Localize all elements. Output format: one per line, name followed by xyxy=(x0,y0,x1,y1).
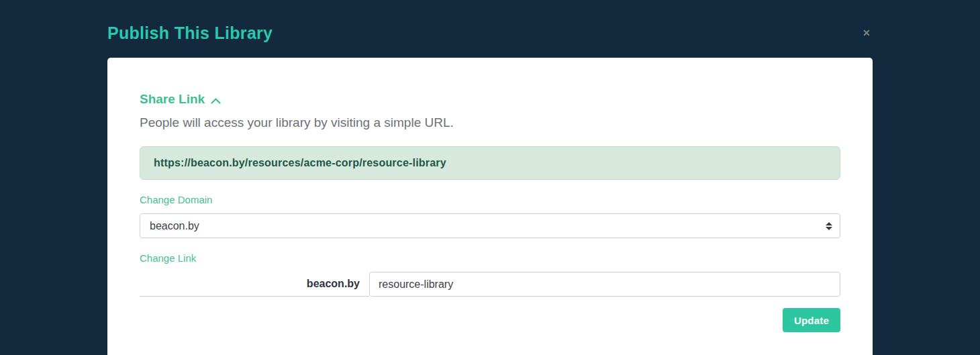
share-link-section-toggle[interactable]: Share Link xyxy=(140,90,840,107)
share-link-heading-label: Share Link xyxy=(140,91,205,107)
modal-card: Share Link People will access your libra… xyxy=(107,58,873,355)
update-button[interactable]: Update xyxy=(783,308,840,332)
chevron-up-icon xyxy=(211,92,221,107)
modal-title: Publish This Library xyxy=(107,23,273,43)
share-url-box[interactable]: https://beacon.by/resources/acme-corp/re… xyxy=(140,146,840,180)
link-domain-prefix: beacon.by xyxy=(140,272,369,297)
publish-library-modal: Publish This Library ✕ Share Link People… xyxy=(0,0,980,355)
share-url-text: https://beacon.by/resources/acme-corp/re… xyxy=(154,157,446,169)
domain-select[interactable]: beacon.by xyxy=(140,213,840,238)
link-slug-input[interactable] xyxy=(369,272,840,297)
actions-row: Update xyxy=(140,308,840,332)
change-domain-label: Change Domain xyxy=(140,193,840,206)
share-link-description: People will access your library by visit… xyxy=(140,115,840,130)
change-link-label: Change Link xyxy=(140,252,840,264)
domain-select-wrap: beacon.by xyxy=(140,213,840,238)
change-link-input-group: beacon.by xyxy=(140,272,840,297)
close-icon[interactable]: ✕ xyxy=(863,28,871,38)
